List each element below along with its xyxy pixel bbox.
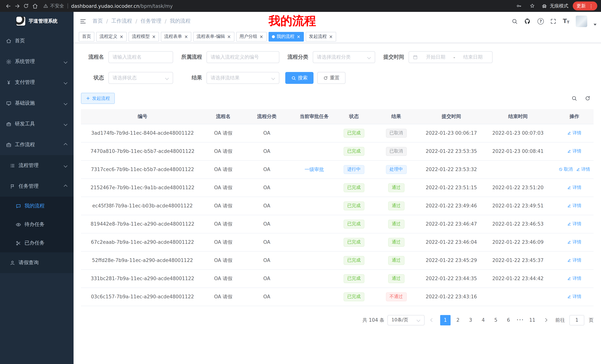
bookmark-star-icon[interactable] [528,1,537,10]
breadcrumb-item[interactable]: 任务管理 [140,18,161,25]
pagination-page-4[interactable]: 4 [478,315,489,325]
process-name-input[interactable]: 请输入流程名 [109,51,173,63]
detail-link[interactable]: 详情 [567,257,581,263]
browser-home-icon[interactable] [30,1,39,10]
category-select[interactable]: 请选择流程分类 [313,51,375,63]
cell-task [291,215,337,233]
sidebar-item-task-mgmt[interactable]: 任务管理 [0,176,74,197]
close-icon[interactable]: × [260,34,263,39]
search-button[interactable]: 搜索 [285,72,313,84]
pagination-more-icon[interactable]: ••• [516,318,525,322]
chevron-down-icon[interactable] [594,24,597,25]
submit-time-range-picker[interactable]: 开始日期 - 结束日期 [409,51,492,63]
tab-user-group[interactable]: 用户分组× [236,32,267,41]
status-tag: 已完成 [344,292,364,301]
tab-home[interactable]: 首页 [79,32,94,41]
detail-link[interactable]: 详情 [567,239,581,245]
result-select[interactable]: 请选择流结果 [207,72,279,84]
breadcrumb-item[interactable]: 首页 [92,18,103,25]
table-toolbar: 发起流程 [81,93,594,104]
detail-link[interactable]: 详情 [567,184,581,191]
browser-back-icon[interactable] [4,1,13,10]
close-icon[interactable]: × [297,34,300,39]
close-icon[interactable]: × [152,34,156,39]
hamburger-icon[interactable] [80,18,87,25]
tab-label: 首页 [82,33,91,40]
breadcrumb-item[interactable]: 工作流程 [111,18,132,25]
detail-link[interactable]: 详情 [576,166,590,172]
pagination-page-2[interactable]: 2 [453,315,463,325]
sidebar-item-devtools[interactable]: 研发工具 [0,114,74,134]
sidebar-item-payment[interactable]: 支付管理 [0,72,74,93]
cell-status: 已完成 [337,269,371,287]
start-process-button[interactable]: 发起流程 [81,93,115,104]
browser-forward-icon[interactable] [13,1,21,10]
page-size-select[interactable]: 10条/页 [387,315,425,325]
cell-result: 已取消 [371,124,422,142]
tab-process-form[interactable]: 流程表单× [161,32,191,41]
refresh-table-icon[interactable] [585,95,591,101]
result-label: 结果 [176,75,202,81]
avatar[interactable] [576,15,587,27]
detail-link[interactable]: 详情 [567,275,581,282]
address-bar[interactable]: 不安全 dashboard.yudao.iocoder.cn/bpm/task/… [43,3,514,9]
detail-link[interactable]: 详情 [567,203,581,209]
status-tag: 已完成 [344,183,364,192]
font-size-icon[interactable]: TT [563,18,570,24]
sidebar-item-todo-task[interactable]: 待办任务 [0,215,74,234]
cell-category: OA [242,197,291,215]
help-icon[interactable]: ? [538,18,544,24]
cell-submit-time: 2022-01-22 23:45:29 [422,251,481,269]
close-icon[interactable]: × [120,34,123,39]
sidebar-item-workflow[interactable]: 工作流程 [0,134,74,155]
pagination-page-1[interactable]: 1 [440,315,451,325]
close-icon[interactable]: × [227,34,231,39]
password-key-icon[interactable] [514,1,523,10]
process-def-input[interactable]: 请输入流程定义的编号 [207,51,279,63]
tab-my-process[interactable]: 我的流程× [268,32,304,41]
browser-update-button[interactable]: 更新 ⋮ [573,1,597,10]
app-title: 芋道管理系统 [29,18,58,25]
pagination-page-11[interactable]: 11 [527,315,538,325]
pagination-prev-button[interactable] [428,315,437,325]
fullscreen-icon[interactable] [550,18,557,24]
goto-page-input[interactable]: 1 [570,315,584,325]
status-select[interactable]: 请选择状态 [109,72,173,84]
tab-process-definition[interactable]: 流程定义× [96,32,127,41]
github-icon[interactable] [524,18,531,25]
close-icon[interactable]: × [329,34,333,39]
cell-result: 通过 [371,197,422,215]
detail-link[interactable]: 详情 [567,221,581,227]
task-link[interactable]: 一级审批 [305,166,324,172]
sidebar-item-leave-query[interactable]: 请假查询 [0,252,74,273]
pagination-next-button[interactable] [541,315,550,325]
app-logo-row[interactable]: 芋道管理系统 [0,12,74,30]
pagination-page-6[interactable]: 6 [503,315,514,325]
cancel-link[interactable]: 取消 [559,166,573,172]
sidebar-item-process-mgmt[interactable]: 流程管理 [0,155,74,176]
detail-link[interactable]: 详情 [567,294,581,300]
tab-process-model[interactable]: 流程模型× [129,32,159,41]
close-icon[interactable]: × [184,34,188,39]
tab-start-process[interactable]: 发起流程× [306,32,336,41]
tab-process-form-edit[interactable]: 流程表单-编辑× [193,32,234,41]
cell-result: 处理中 [371,160,422,179]
reset-button[interactable]: 重置 [317,72,345,84]
pagination-page-5[interactable]: 5 [491,315,501,325]
sidebar-item-done-task[interactable]: 已办任务 [0,234,74,252]
browser-refresh-icon[interactable] [21,1,30,10]
browser-menu-icon[interactable]: ⋮ [589,3,594,9]
page-url[interactable]: dashboard.yudao.iocoder.cn/bpm/task/my [71,3,173,9]
pagination-page-3[interactable]: 3 [465,315,476,325]
sidebar-item-infra[interactable]: 基础设施 [0,93,74,114]
sidebar-item-system[interactable]: 系统管理 [0,51,74,72]
sidebar-item-my-process[interactable]: 我的流程 [0,197,74,215]
search-icon[interactable] [512,18,518,24]
security-warning[interactable]: 不安全 [43,3,64,9]
table-row: 819442e8-7b9a-11ec-a290-acde48001122OA 请… [81,215,594,233]
detail-link[interactable]: 详情 [567,148,581,154]
show-search-icon[interactable] [571,95,577,101]
detail-link[interactable]: 详情 [567,130,581,136]
sidebar-item-home[interactable]: 首页 [0,30,74,51]
tab-label: 我的流程 [277,33,294,40]
